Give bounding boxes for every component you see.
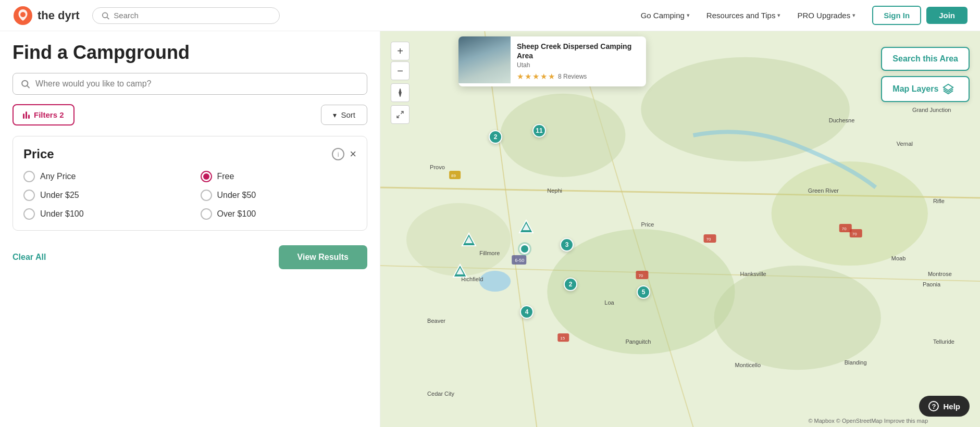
- svg-line-56: [401, 111, 403, 114]
- svg-point-16: [714, 266, 881, 370]
- sign-in-button[interactable]: Sign In: [872, 6, 921, 25]
- radio-under100[interactable]: [23, 208, 35, 220]
- svg-text:Paonia: Paonia: [923, 281, 941, 287]
- price-option-over100[interactable]: Over $100: [201, 208, 357, 220]
- search-area-button[interactable]: Search this Area: [881, 47, 970, 71]
- svg-text:Nephi: Nephi: [547, 187, 562, 194]
- help-button[interactable]: ? Help: [919, 396, 970, 417]
- expand-map-button[interactable]: [391, 105, 410, 124]
- zoom-in-button[interactable]: +: [391, 42, 410, 60]
- radio-any[interactable]: [23, 171, 35, 182]
- map-marker-triangle-2[interactable]: [518, 219, 534, 236]
- price-icons: i ×: [332, 147, 356, 161]
- map-marker-4[interactable]: 4: [520, 305, 534, 319]
- radio-under50[interactable]: [201, 190, 212, 201]
- svg-text:Provo: Provo: [430, 164, 445, 170]
- map-layers-button[interactable]: Map Layers: [881, 76, 970, 102]
- svg-line-57: [397, 115, 400, 118]
- close-icon[interactable]: ×: [350, 147, 356, 161]
- svg-text:Beaver: Beaver: [427, 318, 445, 324]
- map-marker-triangle-3[interactable]: [452, 263, 468, 281]
- header-search-input[interactable]: [114, 11, 270, 20]
- svg-point-17: [479, 271, 511, 292]
- svg-point-13: [772, 161, 928, 266]
- price-header: Price i ×: [23, 147, 356, 161]
- price-option-under50[interactable]: Under $50: [201, 190, 357, 201]
- chevron-down-icon: ▾: [687, 12, 690, 19]
- left-panel: Find a Campground Filters 2 ▾ Sort: [0, 31, 380, 427]
- svg-text:Hanksville: Hanksville: [740, 271, 766, 277]
- radio-free[interactable]: [201, 171, 212, 182]
- logo[interactable]: the dyrt: [13, 5, 80, 26]
- view-results-button[interactable]: View Results: [279, 245, 367, 269]
- radio-over100[interactable]: [201, 208, 212, 220]
- join-button[interactable]: Join: [926, 7, 967, 24]
- filters-row: Filters 2 ▾ Sort: [13, 104, 367, 125]
- bottom-bar: Clear All View Results: [13, 245, 367, 269]
- svg-text:Loa: Loa: [604, 299, 614, 306]
- svg-text:Blanding: Blanding: [845, 359, 867, 366]
- price-option-under100[interactable]: Under $100: [23, 208, 180, 220]
- search-icon: [101, 11, 110, 20]
- chevron-down-icon: ▾: [333, 111, 337, 119]
- sort-button[interactable]: ▾ Sort: [321, 105, 367, 125]
- map-marker-3[interactable]: 3: [560, 238, 574, 252]
- svg-text:Grand Junction: Grand Junction: [912, 107, 951, 113]
- svg-point-4: [22, 81, 28, 86]
- svg-line-5: [27, 86, 29, 88]
- price-options: Any Price Free Under $25 Under $: [23, 171, 356, 220]
- map-right-buttons: Search this Area Map Layers: [881, 47, 970, 102]
- logo-text: the dyrt: [38, 9, 80, 22]
- price-option-free[interactable]: Free: [201, 171, 357, 182]
- page-title: Find a Campground: [13, 42, 367, 64]
- header-search[interactable]: [92, 7, 280, 24]
- svg-text:70: 70: [638, 273, 643, 278]
- svg-text:70: 70: [852, 232, 857, 236]
- question-icon: ?: [928, 401, 939, 411]
- nav-pro-upgrades[interactable]: PRO Upgrades ▾: [797, 11, 855, 20]
- info-icon[interactable]: i: [332, 148, 344, 160]
- map-marker-5[interactable]: 5: [637, 285, 650, 299]
- map-marker-2-mid[interactable]: 2: [564, 278, 577, 291]
- svg-text:89: 89: [451, 173, 456, 178]
- svg-text:70: 70: [706, 237, 711, 242]
- svg-point-1: [20, 12, 26, 17]
- map-marker-dot[interactable]: [519, 244, 530, 254]
- layers-icon: [942, 83, 954, 95]
- svg-point-55: [400, 92, 401, 94]
- map-marker-2-top[interactable]: 2: [489, 130, 502, 144]
- clear-all-button[interactable]: Clear All: [13, 253, 46, 262]
- nav-resources-tips[interactable]: Resources and Tips ▾: [706, 11, 781, 20]
- popup-content: Sheep Creek Dispersed Camping Area Utah …: [511, 36, 646, 86]
- map-marker-11[interactable]: 11: [532, 124, 546, 137]
- svg-text:Telluride: Telluride: [933, 338, 954, 345]
- map-marker-triangle-1[interactable]: [461, 232, 477, 249]
- filters-button[interactable]: Filters 2: [13, 104, 75, 125]
- svg-marker-53: [400, 89, 401, 92]
- svg-text:Rifle: Rifle: [933, 198, 945, 204]
- price-option-any[interactable]: Any Price: [23, 171, 180, 182]
- map-attribution: © Mapbox © OpenStreetMap Improve this ma…: [808, 418, 928, 424]
- campground-search[interactable]: [13, 73, 367, 95]
- map-area[interactable]: Provo Nephi Fillmore Richfield Beaver Ce…: [380, 31, 980, 427]
- radio-under25[interactable]: [23, 190, 35, 201]
- price-option-under25[interactable]: Under $25: [23, 190, 180, 201]
- price-title: Price: [23, 147, 54, 161]
- logo-icon: [13, 5, 33, 26]
- svg-text:6-50: 6-50: [515, 258, 524, 263]
- svg-line-3: [107, 17, 109, 19]
- popup-image: [458, 36, 511, 83]
- search-icon: [20, 79, 30, 89]
- campground-search-input[interactable]: [35, 79, 359, 89]
- zoom-out-button[interactable]: −: [391, 61, 410, 80]
- svg-point-2: [102, 12, 107, 18]
- svg-point-12: [641, 57, 849, 161]
- chevron-down-icon: ▾: [777, 12, 780, 19]
- map-controls: + −: [391, 42, 410, 124]
- nav-go-camping[interactable]: Go Camping ▾: [641, 11, 690, 20]
- chevron-down-icon: ▾: [852, 12, 855, 19]
- campground-popup[interactable]: Sheep Creek Dispersed Camping Area Utah …: [458, 36, 646, 86]
- svg-text:Fillmore: Fillmore: [479, 250, 500, 256]
- compass-button[interactable]: [391, 83, 410, 102]
- star-rating: ★ ★ ★ ★ ★: [517, 72, 555, 81]
